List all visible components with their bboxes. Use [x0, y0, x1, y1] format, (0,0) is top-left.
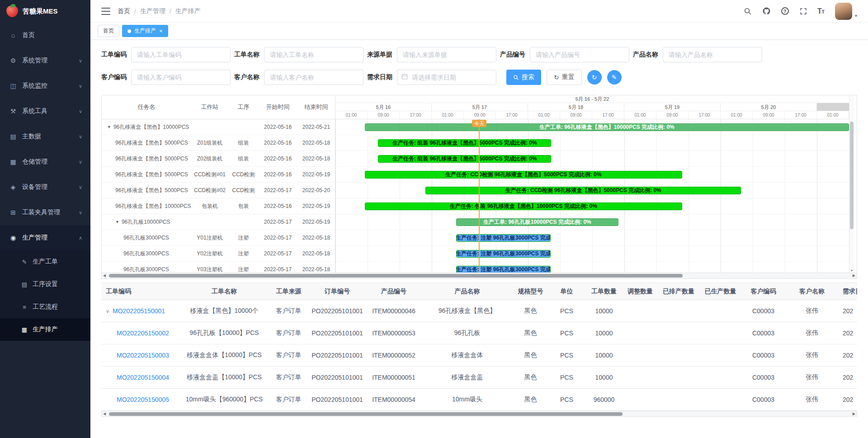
- sidebar-item-warehouse[interactable]: ▦ 仓储管理 ∨: [0, 149, 90, 174]
- cell-unit: PCS: [547, 374, 586, 381]
- gantt-bar-task[interactable]: 生产任务: 注塑 96孔孔板3000PCS 完成: [456, 234, 551, 242]
- source-doc-input[interactable]: [397, 47, 496, 62]
- tab-home[interactable]: 首页: [98, 25, 119, 37]
- filter-label: 工单名称: [234, 51, 259, 59]
- breadcrumb-item-production[interactable]: 生产管理: [140, 7, 165, 15]
- sidebar-item-home[interactable]: ⌂ 首页: [0, 23, 90, 48]
- github-button[interactable]: [762, 7, 771, 16]
- filter-customer-code: 客户编码: [101, 70, 231, 85]
- filter-product-name: 产品名称: [633, 47, 762, 62]
- reset-button-label: 重置: [562, 73, 575, 81]
- gantt-task-row[interactable]: ▼96孔移液盒【黑色】10000PCS 2022-05-16 2022-05-2…: [102, 119, 335, 135]
- gantt-bar-order[interactable]: 生产工单: 96孔移液盒【黑色】10000PCS 完成比例: 0%: [365, 123, 849, 131]
- scrollbar-thumb[interactable]: [850, 122, 854, 229]
- product-name-input[interactable]: [663, 47, 762, 62]
- search-button[interactable]: 搜索: [506, 70, 541, 85]
- start-cell: 2022-05-17: [259, 219, 297, 225]
- gantt-vertical-scrollbar[interactable]: ▼: [849, 95, 854, 273]
- tab-close-icon[interactable]: ×: [159, 28, 163, 34]
- scroll-left-icon[interactable]: ◀: [103, 273, 106, 278]
- reset-button[interactable]: ↻ 重置: [547, 70, 582, 85]
- sidebar-toggle-button[interactable]: [101, 8, 110, 15]
- product-code-input[interactable]: [530, 47, 629, 62]
- table-row[interactable]: MO202205150004 移液盒盒盖【10000】PCS 客户订单 PO20…: [101, 367, 857, 389]
- sidebar-item-process-flow[interactable]: ≡ 工艺流程: [0, 296, 90, 318]
- table-row[interactable]: MO202205150005 10mm吸头【960000】PCS 客户订单 PO…: [101, 389, 857, 411]
- fullscreen-button[interactable]: [799, 7, 808, 16]
- table-row[interactable]: ∨ MO202205150001 移液盒【黑色】10000个 客户订单 PO20…: [101, 300, 857, 322]
- gantt-bar-task[interactable]: 生产任务: 组装 96孔移液盒【黑色】5000PCS 完成比例: 0%: [378, 155, 551, 163]
- sidebar-item-fixture[interactable]: ⊞ 工装夹具管理 ∨: [0, 200, 90, 225]
- gantt-bar-task[interactable]: 生产任务: 组装 96孔移液盒【黑色】5000PCS 完成比例: 0%: [378, 139, 551, 147]
- gantt-task-row[interactable]: ▼96孔孔板10000PCS 2022-05-17 2022-05-19: [102, 214, 335, 230]
- sidebar-item-master-data[interactable]: ▤ 主数据 ∨: [0, 124, 90, 149]
- breadcrumb-item-scheduling[interactable]: 生产排产: [175, 7, 201, 15]
- edit-circle-button[interactable]: ✎: [607, 70, 622, 85]
- sidebar-item-production[interactable]: ◉ 生产管理 ∧: [0, 225, 90, 250]
- scroll-right-icon[interactable]: ▶: [853, 411, 855, 417]
- gantt-day-cell: 5月 16: [335, 103, 432, 111]
- github-icon: [762, 7, 771, 15]
- process-flow-icon: ≡: [21, 304, 28, 311]
- demand-date-input[interactable]: [397, 70, 496, 85]
- gantt-task-row[interactable]: 96孔移液盒【黑色】10000PCS 包装机 包装 2022-05-16 202…: [102, 198, 335, 214]
- start-cell: 2022-05-16: [259, 171, 297, 178]
- workorder-link[interactable]: MO202205150004: [117, 374, 169, 381]
- gantt-task-row[interactable]: 96孔孔板3000PCS Y01注塑机 注塑 2022-05-17 2022-0…: [102, 230, 335, 246]
- customer-name-input[interactable]: [264, 70, 363, 85]
- scrollbar-thumb[interactable]: [109, 412, 623, 416]
- cell-spec: 黑色: [514, 307, 547, 315]
- tree-caret-icon[interactable]: ▼: [115, 220, 119, 224]
- sidebar-item-system-tools[interactable]: ⚒ 系统工具 ∨: [0, 99, 90, 124]
- cell-unit: PCS: [547, 352, 586, 359]
- table-row[interactable]: MO202205150003 移液盒盒体【10000】PCS 客户订单 PO20…: [101, 344, 857, 367]
- workorder-link[interactable]: MO202205150002: [117, 330, 169, 337]
- workorder-link[interactable]: MO202205150001: [113, 307, 165, 315]
- sidebar-item-equipment[interactable]: ◈ 设备管理 ∨: [0, 174, 90, 200]
- sidebar-item-system-monitor[interactable]: ◫ 系统监控 ∨: [0, 73, 90, 99]
- gantt-hour-cell: 01:00: [721, 111, 753, 119]
- gantt-task-row[interactable]: 96孔移液盒【黑色】5000PCS CCD检测#01 CCD检测 2022-05…: [102, 167, 335, 183]
- row-expand-icon[interactable]: ∨: [106, 308, 109, 314]
- workorder-name-input[interactable]: [264, 47, 363, 62]
- workorder-link[interactable]: MO202205150005: [117, 396, 169, 403]
- table-row[interactable]: MO202205150002 96孔孔板【10000】PCS 客户订单 PO20…: [101, 322, 857, 344]
- gantt-task-row[interactable]: 96孔孔板3000PCS Y03注塑机 注塑 2022-05-17 2022-0…: [102, 262, 335, 273]
- scrollbar-thumb[interactable]: [109, 274, 683, 278]
- gantt-task-row[interactable]: 96孔孔板3000PCS Y02注塑机 注塑 2022-05-17 2022-0…: [102, 246, 335, 262]
- help-button[interactable]: ?: [780, 7, 789, 16]
- gantt-bar-task[interactable]: 生产任务: 包装 96孔移液盒【黑色】10000PCS 完成比例: 0%: [365, 203, 682, 210]
- sidebar-item-system-management[interactable]: ⚙ 系统管理 ∨: [0, 48, 90, 73]
- tab-scheduling[interactable]: 生产排产 ×: [122, 25, 168, 37]
- gantt-bar-order[interactable]: 生产工单: 96孔孔板10000PCS 完成比例: 0%: [456, 218, 618, 226]
- customer-code-input[interactable]: [131, 70, 231, 85]
- sidebar-item-process-settings[interactable]: ▤ 工序设置: [0, 273, 90, 296]
- orders-column-header: 已生产数量: [699, 287, 742, 296]
- breadcrumb-item-home[interactable]: 首页: [118, 7, 130, 15]
- user-menu[interactable]: ▾: [835, 3, 857, 20]
- scroll-right-icon[interactable]: ▶: [853, 273, 855, 278]
- gantt-bar-task[interactable]: 生产任务: 注塑 96孔孔板3000PCS 完成: [456, 266, 551, 273]
- scroll-left-icon[interactable]: ◀: [103, 411, 106, 417]
- sidebar-item-scheduling[interactable]: ▦ 生产排产: [0, 318, 90, 341]
- gantt-task-row[interactable]: 96孔移液盒【黑色】5000PCS Z02组装机 组装 2022-05-16 2…: [102, 151, 335, 167]
- gantt-bar-task[interactable]: 生产任务: 注塑 96孔孔板3000PCS 完成: [456, 250, 551, 258]
- sidebar-item-label: 工序设置: [33, 280, 90, 288]
- refresh-circle-button[interactable]: ↻: [587, 70, 602, 85]
- app-logo[interactable]: 苦糖果MES: [0, 0, 90, 23]
- station-cell: CCD检测#02: [191, 187, 228, 194]
- gantt-bar-task[interactable]: 生产任务: CCD检测 96孔移液盒【黑色】5000PCS 完成比例: 0%: [365, 171, 682, 179]
- scroll-down-icon[interactable]: ▼: [849, 269, 854, 272]
- workorder-code-input[interactable]: [131, 47, 231, 62]
- sidebar-item-production-workorder[interactable]: ✎ 生产工单: [0, 250, 90, 273]
- gantt-task-row[interactable]: 96孔移液盒【黑色】5000PCS CCD检测#02 CCD检测 2022-05…: [102, 183, 335, 198]
- table-horizontal-scrollbar[interactable]: ◀ ▶: [101, 411, 857, 417]
- gantt-task-row[interactable]: 96孔移液盒【黑色】5000PCS Z01组装机 组装 2022-05-16 2…: [102, 135, 335, 151]
- navbar-search-button[interactable]: [743, 7, 752, 16]
- gantt-horizontal-scrollbar[interactable]: ◀ ▶: [101, 273, 857, 279]
- font-size-button[interactable]: TT: [817, 8, 825, 15]
- workorder-link[interactable]: MO202205150003: [117, 352, 169, 359]
- tree-caret-icon[interactable]: ▼: [107, 125, 111, 129]
- cell-order-no: PO202205101001: [308, 374, 367, 381]
- gantt-bar-task[interactable]: 生产任务: CCD检测 96孔移液盒【黑色】5000PCS 完成比例: 0%: [425, 187, 741, 194]
